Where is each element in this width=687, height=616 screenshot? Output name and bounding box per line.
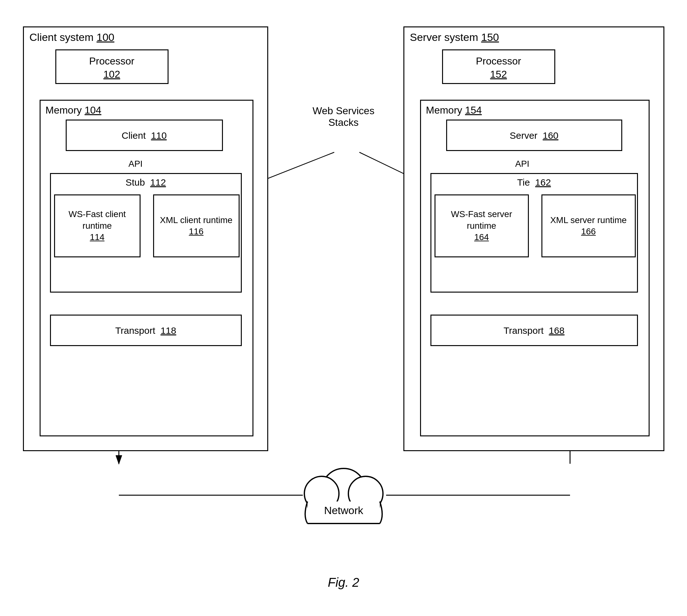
figure-label: Fig. 2 bbox=[328, 575, 359, 590]
client-memory-box: Memory 104 Client 110 API Stub 112 bbox=[40, 100, 253, 436]
client-stub-box: Stub 112 WS-Fast client runtime 114 XML … bbox=[50, 173, 242, 292]
svg-text:Network: Network bbox=[324, 504, 364, 516]
client-component-box: Client 110 bbox=[66, 119, 223, 151]
server-memory-box: Memory 154 Server 160 API Tie 162 bbox=[420, 100, 649, 436]
server-memory-label: Memory 154 bbox=[426, 105, 482, 116]
client-processor-box: Processor 102 bbox=[55, 49, 168, 84]
server-system-box: Server system 150 Processor 152 Memory 1… bbox=[404, 26, 664, 451]
client-stub-label: Stub 112 bbox=[125, 177, 166, 188]
xml-client-box: XML client runtime 116 bbox=[153, 194, 239, 257]
ws-fast-server-box: WS-Fast server runtime 164 bbox=[435, 194, 529, 257]
client-system-label: Client system 100 bbox=[29, 31, 114, 43]
ws-stacks-label: Web ServicesStacks bbox=[313, 105, 374, 128]
network-cloud: Network bbox=[297, 453, 391, 541]
server-api-label: API bbox=[515, 159, 529, 169]
diagram: Client system 100 Processor 102 Memory 1… bbox=[14, 17, 674, 599]
server-processor-box: Processor 152 bbox=[442, 49, 555, 84]
server-transport-box: Transport 168 bbox=[431, 315, 638, 346]
xml-server-box: XML server runtime 166 bbox=[542, 194, 636, 257]
server-component-box: Server 160 bbox=[446, 119, 622, 151]
client-transport-box: Transport 118 bbox=[50, 315, 242, 346]
ws-fast-client-box: WS-Fast client runtime 114 bbox=[54, 194, 140, 257]
server-system-label: Server system 150 bbox=[410, 31, 499, 43]
client-api-label: API bbox=[129, 159, 143, 169]
client-memory-label: Memory 104 bbox=[46, 105, 101, 116]
client-system-box: Client system 100 Processor 102 Memory 1… bbox=[23, 26, 268, 451]
server-tie-box: Tie 162 WS-Fast server runtime 164 XML s… bbox=[431, 173, 638, 292]
server-tie-label: Tie 162 bbox=[517, 177, 551, 188]
